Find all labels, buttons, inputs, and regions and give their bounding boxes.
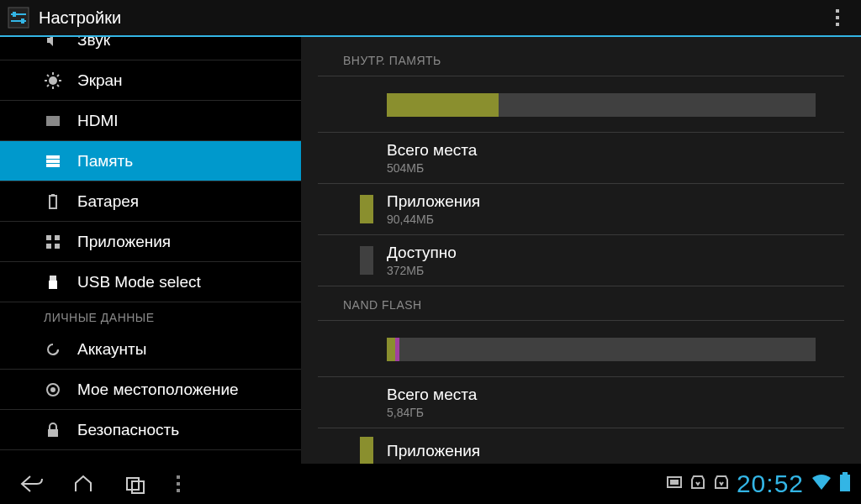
sidebar-item-label: USB Mode select (77, 273, 201, 291)
stat-total-internal[interactable]: Всего места 504МБ (318, 133, 844, 184)
sidebar-item-label: Мое местоположение (77, 381, 239, 399)
nav-menu-button[interactable] (161, 464, 195, 504)
svg-rect-4 (21, 18, 24, 24)
system-navbar: 20:52 (0, 464, 861, 504)
usb-icon (44, 273, 62, 291)
display-icon (44, 71, 62, 90)
stat-label: Приложения (387, 442, 480, 460)
sidebar-item-security[interactable]: Безопасность (0, 410, 301, 450)
stat-value: 372МБ (387, 264, 457, 277)
svg-rect-22 (46, 244, 51, 249)
stat-apps-internal[interactable]: Приложения 90,44МБ (318, 184, 844, 235)
svg-rect-19 (51, 194, 55, 196)
color-swatch (360, 437, 373, 464)
hdmi-icon (44, 112, 62, 130)
stat-label: Приложения (387, 192, 480, 211)
stat-value: 504МБ (387, 161, 477, 175)
stat-value: 5,84ГБ (387, 406, 477, 419)
svg-rect-20 (46, 235, 51, 240)
nand-usage-bar (387, 338, 816, 361)
section-nand-flash: NAND FLASH (318, 293, 844, 321)
svg-rect-16 (46, 160, 60, 163)
sidebar-item-location[interactable]: Мое местоположение (0, 370, 301, 410)
lock-icon (44, 421, 62, 439)
svg-rect-0 (8, 8, 29, 28)
stat-apps-nand[interactable]: Приложения (318, 428, 844, 464)
svg-rect-18 (50, 196, 56, 208)
svg-rect-25 (49, 281, 57, 289)
sync-icon (44, 340, 62, 359)
svg-line-13 (47, 85, 49, 87)
sidebar-section-personal: ЛИЧНЫЕ ДАННЫЕ (0, 302, 301, 329)
sidebar-item-label: Аккаунты (77, 340, 146, 359)
wifi-icon (811, 473, 832, 495)
apps-icon (44, 233, 62, 251)
system-tray[interactable]: 20:52 (666, 470, 856, 498)
svg-rect-14 (46, 116, 60, 126)
stat-label: Доступно (387, 244, 457, 262)
svg-rect-15 (46, 155, 60, 159)
svg-point-27 (50, 387, 55, 392)
sound-icon (44, 37, 62, 50)
battery-icon (44, 192, 62, 211)
svg-line-10 (47, 75, 49, 76)
clock: 20:52 (737, 470, 804, 498)
svg-line-11 (57, 85, 59, 87)
overflow-menu-button[interactable] (821, 1, 854, 34)
sidebar-item-storage[interactable]: Память (0, 141, 301, 181)
recents-button[interactable] (109, 464, 161, 504)
storage-detail-pane: ВНУТР. ПАМЯТЬ Всего места 504МБ Приложен… (301, 37, 861, 464)
sidebar-item-battery[interactable]: Батарея (0, 181, 301, 222)
stat-value: 90,44МБ (387, 213, 480, 226)
stat-available-internal[interactable]: Доступно 372МБ (318, 235, 844, 286)
screenshot-icon (666, 474, 683, 494)
settings-icon (7, 6, 30, 29)
svg-point-5 (49, 76, 57, 85)
svg-rect-17 (46, 164, 60, 167)
svg-rect-34 (843, 472, 848, 475)
sidebar-item-label: Приложения (77, 233, 171, 251)
sidebar-item-sound[interactable]: Звук (0, 37, 301, 60)
stat-total-nand[interactable]: Всего места 5,84ГБ (318, 377, 844, 428)
svg-rect-33 (840, 475, 850, 491)
sidebar-item-apps[interactable]: Приложения (0, 222, 301, 262)
battery-status-icon (839, 472, 851, 496)
svg-rect-2 (13, 12, 16, 17)
sidebar-item-hdmi[interactable]: HDMI (0, 101, 301, 141)
download-icon (689, 474, 706, 494)
nand-usage-bar-row[interactable] (318, 321, 844, 377)
svg-rect-32 (670, 480, 679, 485)
download-icon-2 (713, 474, 730, 494)
stat-label: Всего места (387, 141, 477, 160)
svg-rect-21 (55, 235, 60, 240)
color-swatch (360, 246, 373, 275)
action-bar: Настройки (0, 0, 861, 37)
sidebar-item-accounts[interactable]: Аккаунты (0, 329, 301, 370)
color-swatch (360, 195, 373, 223)
svg-rect-24 (50, 276, 56, 281)
sidebar-item-usb[interactable]: USB Mode select (0, 262, 301, 302)
internal-usage-bar (387, 93, 816, 117)
location-icon (44, 381, 62, 399)
back-button[interactable] (5, 464, 57, 504)
sidebar-item-label: Экран (77, 71, 123, 90)
svg-line-12 (57, 75, 59, 76)
page-title: Настройки (39, 8, 121, 28)
sidebar-item-label: Звук (77, 37, 110, 50)
svg-rect-28 (48, 429, 58, 437)
storage-icon (44, 152, 62, 171)
sidebar-item-label: Безопасность (77, 421, 179, 439)
settings-sidebar: Звук Экран HDMI (0, 37, 301, 464)
sidebar-item-label: Батарея (77, 192, 139, 211)
svg-rect-23 (55, 244, 60, 249)
section-internal-storage: ВНУТР. ПАМЯТЬ (318, 49, 844, 76)
sidebar-item-label: HDMI (77, 112, 119, 130)
sidebar-item-label: Память (77, 152, 133, 171)
stat-label: Всего места (387, 386, 477, 404)
home-button[interactable] (57, 464, 109, 504)
internal-usage-bar-row[interactable] (318, 76, 844, 133)
sidebar-item-display[interactable]: Экран (0, 60, 301, 101)
